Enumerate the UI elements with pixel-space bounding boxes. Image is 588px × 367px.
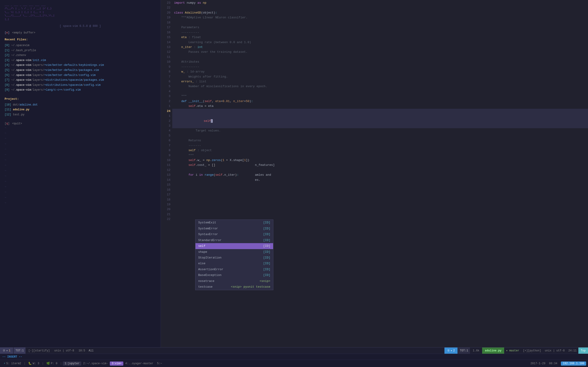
empty-buffer-item[interactable]: [e] <empty buffer> <box>5 31 156 34</box>
status-nav-label: [-][startify] unix | utf-8 10:5 All <box>26 349 96 352</box>
tab-voyager-label: 4:..oyager-master <box>125 362 153 365</box>
ac-item-standarderror[interactable]: StandardError [ID] <box>195 237 273 243</box>
insert-mode-bar: -- INSERT -- <box>0 354 588 360</box>
ac-item-testcase[interactable]: testcase <snip> pyunit testcase <box>195 284 273 290</box>
p-label: P: 0 <box>51 362 57 365</box>
code-content[interactable]: import numpy as np class AdalineGD(objec… <box>172 0 588 347</box>
list-item[interactable]: [3] ~/.space-vim/init.vim <box>5 58 156 63</box>
buffer-num-1: ② <box>3 349 5 352</box>
project-title: Project: <box>5 97 156 101</box>
status-branch: ✦ master <box>504 349 521 352</box>
cursor-line: ● self| <box>172 109 588 128</box>
status-pos: 24:11 <box>566 349 578 352</box>
status-top: Top <box>578 348 588 354</box>
code-line: self.eta = eta <box>172 104 588 108</box>
code-line: ------- <box>172 143 588 148</box>
w-label: W: 3 <box>33 362 39 365</box>
taskbar-right: 2017-1-29 08:34 192.168.1.100 <box>531 361 586 366</box>
tab-vim3[interactable]: 3:vim+ <box>110 361 123 366</box>
code-line: self.cost_ = [] <box>172 163 588 167</box>
sidebar: ___ _ ___ _ ___ ___ ___ ___ /\__/\ | _ \… <box>0 0 161 347</box>
taskbar: ⚡ S: iterm2 | 🐛 W: 3 | 🌿 P: 0 | 1:jupyte… <box>0 360 588 367</box>
code-line: Target values. <box>172 128 588 133</box>
status-tot-1: TOT:1 <box>14 348 26 354</box>
version-label: [ space-vim 0.5.0 @ 800 ] <box>5 25 156 28</box>
status-encoding: unix | utf-8 <box>543 349 566 352</box>
iterm-icon: ⚡ <box>4 362 5 365</box>
tab-voyager[interactable]: 4:..oyager-master <box>123 362 155 365</box>
ac-item-assertionerror[interactable]: AssertionError [ID] <box>195 267 273 272</box>
ac-item-nosetrace[interactable]: nosetrace <snip> <box>195 278 273 284</box>
list-item[interactable]: [12] test.py <box>5 112 156 117</box>
empty-buffer-label: <empty buffer> <box>12 31 35 34</box>
code-line: ---------- <box>172 30 588 35</box>
status-tot-2: TOT:1 <box>458 348 470 354</box>
ac-item-shape[interactable]: shape [ID] <box>195 249 273 255</box>
ip-label: 192.168.1.100 <box>561 361 586 366</box>
side-code: n_features] amles and es. <box>255 128 275 182</box>
tab-spacevim[interactable]: 2:~/.space-vim- <box>81 362 110 365</box>
code-line: errors_ : list <box>172 79 588 84</box>
line-numbers: 23 22 20 19 18 17 16 15 14 13 12 11 10 9… <box>161 0 172 347</box>
list-item[interactable]: [5] ~/.space-vim/layers/+vim/better-defa… <box>5 68 156 73</box>
list-item[interactable]: [8] ~/.space-vim/layers/+distributions/s… <box>5 83 156 88</box>
ac-item-self[interactable]: self [ID] <box>195 243 273 249</box>
w-indicator: 🐛 W: 3 <box>26 362 41 365</box>
list-item[interactable]: [9] ~/.space-vim/layers/+lang/c-c++/conf… <box>5 88 156 93</box>
code-line: self : object <box>172 148 588 153</box>
code-editor[interactable]: 23 22 20 19 18 17 16 15 14 13 12 11 10 9… <box>161 0 588 347</box>
list-item[interactable]: [4] ~/.space-vim/layers/+vim/better-defa… <box>5 63 156 68</box>
list-item[interactable]: [1] ~/.bash_profile <box>5 48 156 53</box>
tab-vim3-label: 3:vim+ <box>112 362 121 365</box>
p-indicator: 🌿 P: 0 <box>44 362 59 365</box>
code-line: def __init__(self, eta=0.01, n_iter=50): <box>172 99 588 104</box>
code-line: n_iter : int <box>172 45 588 50</box>
code-line: class AdalineGD(object): <box>172 10 588 15</box>
ac-item-baseexception[interactable]: BaseException [ID] <box>195 272 273 278</box>
code-line: Learning rate (between 0.0 and 1.0) <box>172 40 588 45</box>
code-line: """ <box>172 153 588 158</box>
status-bar-1: ② ✦ 1 TOT:1 [-][startify] unix | utf-8 1… <box>0 347 588 354</box>
code-line: Weights after fitting. <box>172 74 588 79</box>
code-line <box>172 5 588 10</box>
ac-item-systemerror[interactable]: SystemError [ID] <box>195 226 273 232</box>
list-item[interactable]: [7] ~/.space-vim/layers/+distributions/s… <box>5 78 156 83</box>
list-item[interactable]: [0] ~/.spacevim <box>5 43 156 48</box>
iterm-icon-item: ⚡ S: iterm2 <box>2 362 23 365</box>
tab-5[interactable]: 5:~ <box>155 362 164 365</box>
ac-item-syntaxerror[interactable]: SyntaxError [ID] <box>195 232 273 237</box>
code-line <box>172 133 588 138</box>
status-buffer-indicator-1: ② ✦ 1 <box>0 348 13 354</box>
ac-item-systemexit[interactable]: SystemExit [ID] <box>195 220 273 225</box>
main-container: ___ _ ___ _ ___ ___ ___ ___ /\__/\ | _ \… <box>0 0 588 347</box>
tab-jupyter-label: 1:jupyter <box>65 362 79 365</box>
p-icon: 🌿 <box>46 362 50 365</box>
status-1-count: 1 <box>9 349 10 352</box>
code-line: for i in range(self.n_iter): <box>172 173 588 177</box>
code-line: self.w_ = np.zeros(1 + X.shape[1]) <box>172 158 588 163</box>
iterm-label: S: iterm2 <box>6 362 21 365</box>
tab-5-label: 5:~ <box>157 362 162 365</box>
ac-item-stopiteration[interactable]: StopIteration [ID] <box>195 255 273 261</box>
status-file-size: 1.6k <box>470 349 482 352</box>
date-label: 2017-1-29 <box>531 362 545 365</box>
list-item[interactable]: [6] ~/.space-vim/layers/+vim/better-defa… <box>5 73 156 78</box>
autocomplete-popup[interactable]: SystemExit [ID] SystemError [ID] SyntaxE… <box>195 219 273 290</box>
recent-files-section: Recent Files: [0] ~/.spacevim [1] ~/.bas… <box>5 38 156 93</box>
code-line: """ <box>172 94 588 99</box>
ac-item-else[interactable]: else [ID] <box>195 261 273 266</box>
tab-jupyter[interactable]: 1:jupyter <box>63 361 81 366</box>
status-file-format: [+][python] <box>521 349 543 352</box>
code-line: import numpy as np <box>172 0 588 5</box>
quit-item[interactable]: [q] <quit> <box>5 122 156 125</box>
status-filename: adaline.py <box>482 348 504 354</box>
code-line <box>172 55 588 59</box>
list-item[interactable]: [10] dot/adaline.dot <box>5 102 156 108</box>
status-right-1: ① ✦ 2 TOT:1 1.6k adaline.py ✦ master [+]… <box>444 348 588 354</box>
time-label: 08:34 <box>549 362 557 365</box>
list-item[interactable]: [11] adaline.py <box>5 107 156 112</box>
code-line <box>172 89 588 94</box>
recent-files-title: Recent Files: <box>5 38 156 41</box>
list-item[interactable]: [2] ~/.zshenv <box>5 53 156 58</box>
code-line <box>172 168 588 173</box>
